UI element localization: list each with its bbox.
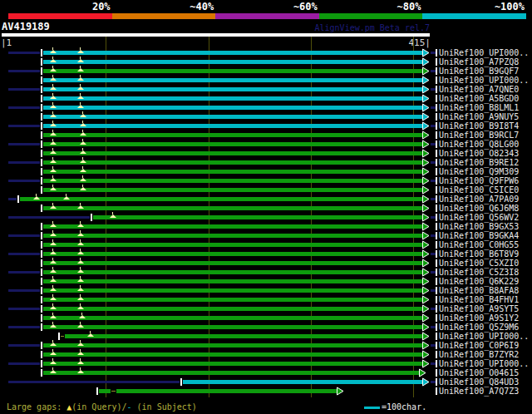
alignment-start-tick [58, 333, 60, 340]
alignment-row: UniRef100_Q9FPW6 [0, 176, 532, 185]
row-end-tick [436, 122, 437, 130]
subject-label[interactable]: UniRef100_B8AFA8 [439, 286, 532, 295]
subject-continues-arrow-icon [422, 350, 430, 359]
subject-label[interactable]: UniRef100_O82343 [439, 149, 532, 158]
subject-label[interactable]: UniRef100_A7Q7Z3 [439, 387, 532, 396]
gap-in-query-icon [50, 59, 57, 62]
gap-in-query-icon [80, 187, 86, 190]
subject-label[interactable]: UniRef100_Q56WV2 [439, 213, 532, 222]
alignment-bar[interactable] [43, 316, 423, 320]
subject-label[interactable]: UniRef100_Q84UD3 [439, 377, 532, 387]
subject-label[interactable]: UniRef100_A9NUY5 [439, 112, 532, 121]
subject-label[interactable]: UniRef100_B6T8V9 [439, 249, 532, 259]
subject-label[interactable]: UniRef100_UPI000.. [439, 48, 532, 57]
subject-label[interactable]: UniRef100_UPI000.. [439, 359, 532, 368]
alignment-bar[interactable] [43, 78, 423, 82]
alignment-bar[interactable] [43, 234, 423, 238]
alignment-bar[interactable] [183, 380, 423, 384]
alignment-bar[interactable] [43, 288, 423, 293]
subject-label[interactable]: UniRef100_A9S1Y2 [439, 313, 532, 323]
subject-label[interactable]: UniRef100_Q8LG00 [439, 140, 532, 149]
row-end-tick [436, 150, 437, 157]
subject-label[interactable]: UniRef100_A7PA09 [439, 195, 532, 204]
gap-in-query-icon [80, 150, 86, 154]
alignment-bar[interactable] [43, 124, 423, 128]
gap-in-query-icon [50, 224, 57, 227]
alignment-bar[interactable] [43, 352, 423, 357]
alignment-bar[interactable] [43, 133, 423, 137]
subject-label[interactable]: UniRef100_A9SYT5 [439, 304, 532, 313]
alignment-bar[interactable] [43, 170, 423, 174]
alignment-bar[interactable] [116, 389, 337, 393]
row-end-tick [436, 360, 437, 367]
alignment-bar[interactable] [43, 69, 423, 73]
subject-label[interactable]: UniRef100_B9RE12 [439, 158, 532, 167]
subject-label[interactable]: UniRef100_C0HG55 [439, 240, 532, 249]
subject-label[interactable]: UniRef100_Q9M309 [439, 167, 532, 176]
subject-label[interactable]: UniRef100_Q6K229 [439, 277, 532, 286]
alignment-bar[interactable] [43, 160, 423, 165]
alignment-bar[interactable] [43, 362, 423, 366]
subject-label[interactable]: UniRef100_C5ICE0 [439, 185, 532, 195]
alignment-start-tick [41, 369, 42, 377]
subject-continues-arrow-icon [422, 103, 430, 112]
subject-label[interactable]: UniRef100_B4FHV1 [439, 295, 532, 304]
subject-label[interactable]: UniRef100_UPI000.. [439, 76, 532, 85]
alignment-start-tick [41, 76, 42, 84]
subject-continues-arrow-icon [422, 323, 430, 332]
alignment-bar[interactable] [99, 389, 111, 393]
subject-label[interactable]: UniRef100_B7ZYR2 [439, 350, 532, 359]
gap-in-query-icon [77, 59, 84, 62]
alignment-bar[interactable] [43, 371, 420, 375]
alignment-bar[interactable] [43, 142, 423, 146]
subject-label[interactable]: UniRef100_A7PZQ8 [439, 57, 532, 67]
subject-label[interactable]: UniRef100_UPI000.. [439, 332, 532, 341]
alignment-bar[interactable] [43, 87, 423, 91]
alignment-bar[interactable] [65, 334, 423, 338]
alignment-bar[interactable] [43, 298, 423, 302]
row-end-tick [436, 232, 437, 239]
subject-label[interactable]: UniRef100_B9GQF7 [439, 67, 532, 76]
alignment-bar[interactable] [43, 51, 423, 55]
row-end-tick [436, 323, 437, 331]
subject-label[interactable]: UniRef100_C0P6I9 [439, 341, 532, 350]
subject-label[interactable]: UniRef100_C5Z3I8 [439, 268, 532, 277]
subject-label[interactable]: UniRef100_Q9FPW6 [439, 176, 532, 185]
alignment-bar[interactable] [43, 188, 423, 192]
subject-label[interactable]: UniRef100_B9GX53 [439, 222, 532, 231]
alignment-bar[interactable] [43, 325, 423, 329]
alignment-bar[interactable] [43, 151, 423, 155]
alignment-bar[interactable] [43, 243, 423, 247]
subject-label[interactable]: UniRef100_B9RCL7 [439, 131, 532, 140]
alignment-bar[interactable] [43, 206, 423, 210]
alignment-bar[interactable] [43, 106, 423, 110]
row-end-tick [436, 241, 437, 249]
gap-in-query-icon [87, 333, 94, 337]
alignment-bar[interactable] [43, 115, 423, 119]
alignment-bar[interactable] [20, 197, 423, 201]
alignment-bar[interactable] [93, 215, 423, 219]
alignment-bar[interactable] [43, 261, 423, 265]
alignment-bar[interactable] [43, 179, 423, 183]
alignment-bar[interactable] [43, 60, 423, 64]
alignment-bar[interactable] [43, 279, 423, 283]
subject-label[interactable]: UniRef100_A7QNE0 [439, 85, 532, 94]
subject-label[interactable]: UniRef100_O04615 [439, 368, 532, 377]
alignment-bar[interactable] [43, 343, 423, 347]
subject-label[interactable]: UniRef100_B8LML1 [439, 103, 532, 112]
gap-in-query-icon [50, 242, 57, 245]
alignment-bar[interactable] [43, 224, 423, 229]
alignment-bar[interactable] [43, 270, 423, 274]
alignment-bar[interactable] [43, 96, 423, 101]
subject-label[interactable]: UniRef100_A5BGD0 [439, 94, 532, 103]
subject-label[interactable]: UniRef100_Q6J6M8 [439, 204, 532, 213]
alignment-row: UniRef100_Q9M309 [0, 167, 532, 176]
subject-label[interactable]: UniRef100_Q5Z9M6 [439, 323, 532, 332]
subject-label[interactable]: UniRef100_B9GKA4 [439, 231, 532, 240]
subject-label[interactable]: UniRef100_B9I8T4 [439, 121, 532, 131]
alignment-bar[interactable] [43, 307, 423, 311]
subject-label[interactable]: UniRef100_C5XZI0 [439, 259, 532, 268]
alignment-bar[interactable] [43, 252, 423, 256]
subject-continues-arrow-icon [422, 286, 430, 295]
gap-in-query-icon [77, 288, 84, 291]
